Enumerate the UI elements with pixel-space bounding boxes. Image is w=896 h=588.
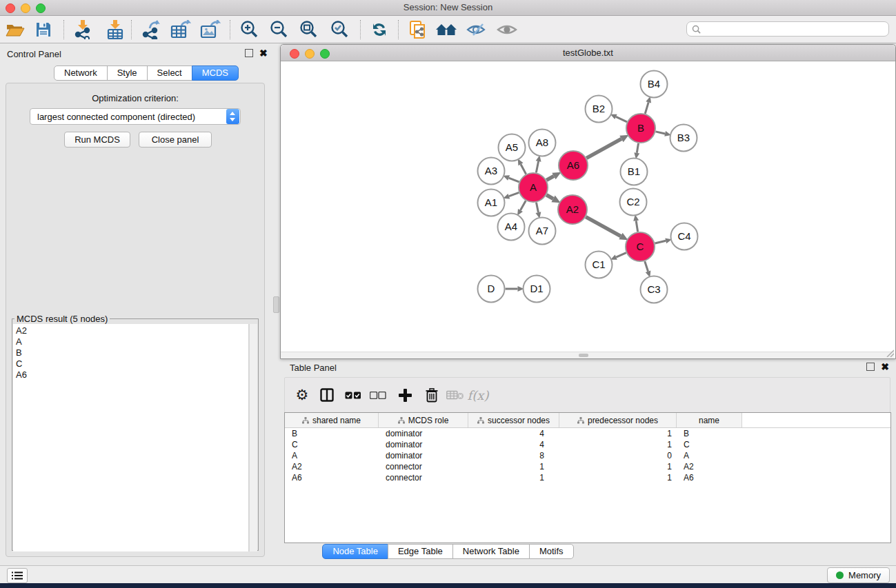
- function-builder-button[interactable]: f(x): [466, 383, 490, 407]
- float-panel-icon[interactable]: [866, 363, 875, 371]
- table-cell[interactable]: 8: [468, 450, 559, 461]
- edge-A-A1[interactable]: [509, 192, 519, 196]
- memory-button[interactable]: Memory: [827, 567, 890, 583]
- import-network-button[interactable]: [70, 18, 95, 41]
- table-row[interactable]: Cdominator41C: [285, 439, 890, 450]
- graph-node-C4[interactable]: C4: [671, 223, 698, 250]
- graph-node-B4[interactable]: B4: [641, 71, 668, 98]
- column-header-successor-nodes[interactable]: successor nodes: [468, 413, 559, 427]
- zoom-window-button[interactable]: [36, 3, 46, 13]
- window-resize-grip[interactable]: [886, 349, 894, 357]
- duplicate-network-button[interactable]: [406, 18, 430, 41]
- table-cell[interactable]: 1: [559, 472, 677, 483]
- table-cell[interactable]: A2: [285, 461, 379, 472]
- edge-B-B4[interactable]: [645, 102, 648, 114]
- edge-A-A4[interactable]: [520, 201, 526, 210]
- edge-C-C2[interactable]: [636, 221, 637, 232]
- table-cell[interactable]: 4: [468, 439, 559, 450]
- minimize-window-button[interactable]: [21, 3, 30, 13]
- control-panel-tabs[interactable]: NetworkStyleSelectMCDS: [54, 65, 239, 81]
- refresh-button[interactable]: [367, 18, 392, 41]
- graph-node-A8[interactable]: A8: [529, 130, 556, 156]
- table-cell[interactable]: dominator: [379, 428, 468, 439]
- graph-node-B2[interactable]: B2: [586, 96, 613, 123]
- table-cell[interactable]: 1: [468, 472, 559, 483]
- delete-table-button[interactable]: [444, 383, 467, 407]
- graph-node-C[interactable]: C: [626, 232, 655, 261]
- tab-style[interactable]: Style: [107, 65, 148, 81]
- search-input[interactable]: [704, 23, 888, 34]
- edge-A2-C[interactable]: [586, 217, 621, 236]
- table-cell[interactable]: dominator: [379, 450, 468, 461]
- graph-node-A4[interactable]: A4: [498, 214, 525, 241]
- export-network-button[interactable]: [139, 18, 163, 41]
- table-body[interactable]: Bdominator41BCdominator41CAdominator80AA…: [285, 428, 890, 483]
- column-header-predecessor-nodes[interactable]: predecessor nodes: [559, 413, 677, 427]
- show-all-button[interactable]: [495, 18, 519, 41]
- edge-C-C1[interactable]: [616, 253, 626, 257]
- close-panel-button[interactable]: Close panel: [139, 132, 212, 148]
- table-cell[interactable]: B: [285, 428, 379, 439]
- table-row[interactable]: Adominator80A: [285, 450, 890, 461]
- graph-node-A6[interactable]: A6: [559, 151, 588, 180]
- column-header-name[interactable]: name: [677, 413, 742, 427]
- column-header-MCDS-role[interactable]: MCDS role: [379, 413, 468, 427]
- graph-node-A[interactable]: A: [519, 173, 548, 202]
- edge-A-A3[interactable]: [509, 178, 519, 182]
- criterion-dropdown[interactable]: largest connected component (directed): [30, 108, 241, 125]
- graph-node-A7[interactable]: A7: [529, 218, 556, 245]
- tab-edge-table[interactable]: Edge Table: [388, 544, 453, 559]
- table-cell[interactable]: B: [677, 428, 742, 439]
- result-item[interactable]: A6: [16, 369, 248, 381]
- result-item[interactable]: C: [16, 358, 248, 369]
- table-cell[interactable]: connector: [379, 461, 468, 472]
- zoom-fit-button[interactable]: [296, 18, 321, 41]
- graph-node-D1[interactable]: D1: [524, 276, 550, 303]
- table-cell[interactable]: 4: [468, 428, 559, 439]
- table-cell[interactable]: 0: [559, 450, 677, 461]
- graph-node-A1[interactable]: A1: [478, 190, 505, 216]
- tab-network[interactable]: Network: [54, 65, 108, 81]
- edge-B-B1[interactable]: [637, 143, 638, 153]
- minimize-window-button[interactable]: [305, 49, 315, 59]
- close-panel-icon[interactable]: ✖: [259, 50, 268, 57]
- table-cell[interactable]: connector: [379, 472, 468, 483]
- zoom-out-button[interactable]: [266, 18, 291, 41]
- graph-node-D[interactable]: D: [478, 276, 505, 303]
- tab-mcds[interactable]: MCDS: [192, 65, 239, 81]
- graph-node-A2[interactable]: A2: [558, 195, 587, 224]
- table-row[interactable]: Bdominator41B: [285, 428, 890, 439]
- edge-C-C3[interactable]: [645, 261, 648, 272]
- close-window-button[interactable]: [6, 3, 15, 13]
- result-item[interactable]: B: [16, 347, 248, 358]
- table-tabs[interactable]: Node TableEdge TableNetwork TableMotifs: [0, 544, 896, 559]
- result-item[interactable]: A: [16, 336, 248, 347]
- export-image-button[interactable]: [198, 18, 223, 41]
- show-panels-button[interactable]: [7, 568, 28, 583]
- zoom-window-button[interactable]: [320, 49, 330, 59]
- edge-C-C4[interactable]: [655, 241, 666, 243]
- close-panel-icon[interactable]: ✖: [881, 363, 889, 370]
- edge-B-B2[interactable]: [616, 116, 627, 121]
- edge-A-A6[interactable]: [546, 176, 554, 180]
- export-table-button[interactable]: [168, 18, 193, 41]
- network-hscrollbar-thumb[interactable]: [579, 354, 588, 357]
- graph-node-B1[interactable]: B1: [621, 159, 648, 185]
- table-cell[interactable]: 1: [559, 439, 677, 450]
- select-all-columns-button[interactable]: [341, 383, 365, 407]
- unselect-all-columns-button[interactable]: [366, 383, 390, 407]
- graph-node-C2[interactable]: C2: [620, 189, 647, 216]
- column-header-shared-name[interactable]: shared name: [285, 413, 379, 427]
- tab-select[interactable]: Select: [147, 65, 192, 81]
- edge-A-A2[interactable]: [546, 195, 553, 199]
- table-cell[interactable]: 1: [468, 461, 559, 472]
- delete-column-button[interactable]: [420, 383, 444, 407]
- search-field[interactable]: [686, 21, 889, 37]
- graph-node-B[interactable]: B: [626, 114, 655, 143]
- zoom-selected-button[interactable]: [327, 18, 352, 41]
- graph-node-A3[interactable]: A3: [478, 158, 505, 185]
- table-cell[interactable]: A2: [677, 461, 742, 472]
- graph-node-B3[interactable]: B3: [670, 125, 697, 152]
- zoom-in-button[interactable]: [237, 18, 261, 41]
- create-column-button[interactable]: [393, 383, 417, 407]
